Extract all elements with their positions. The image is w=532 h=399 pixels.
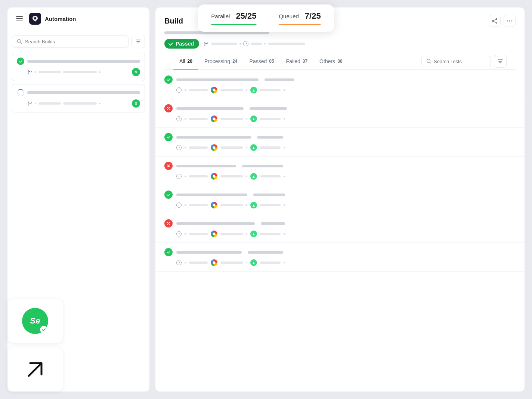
tab-others-label: Others <box>319 58 335 64</box>
test-name-bar-2 <box>248 251 283 254</box>
svg-point-8 <box>496 19 497 20</box>
android-icon: ▲ <box>250 202 257 208</box>
branch-icon <box>27 69 33 75</box>
check-icon <box>168 41 173 46</box>
chrome-icon <box>211 259 217 266</box>
test-row[interactable]: ▲ <box>155 99 525 128</box>
tab-others[interactable]: Others 36 <box>313 53 348 69</box>
test-row[interactable]: ▲ <box>155 70 525 99</box>
tab-processing[interactable]: Processing 24 <box>198 53 244 69</box>
more-button[interactable] <box>504 15 516 27</box>
clock-icon <box>176 116 182 121</box>
test-name-bar-2 <box>261 222 285 225</box>
queued-underline <box>279 24 321 25</box>
queued-value: 7/25 <box>305 11 321 21</box>
build-item[interactable]: S <box>12 84 145 112</box>
svg-point-13 <box>511 21 513 22</box>
nav-bar: Automation <box>7 7 149 30</box>
test-name-bar <box>176 107 244 110</box>
more-icon <box>507 20 513 22</box>
android-icon: ▲ <box>250 144 257 151</box>
clock-icon <box>176 174 182 179</box>
svg-point-3 <box>28 73 29 74</box>
svg-point-9 <box>492 21 494 22</box>
test-pass-icon <box>164 133 173 141</box>
tab-failed-count: 37 <box>303 59 307 64</box>
android-icon: ▲ <box>250 115 257 122</box>
test-list: ▲ <box>155 70 525 392</box>
tab-processing-label: Processing <box>204 58 230 64</box>
search-tests-bar[interactable] <box>421 56 491 67</box>
test-pass-icon <box>164 75 173 84</box>
test-name-bar-2 <box>265 78 294 81</box>
test-name-bar-2 <box>242 165 283 167</box>
build-full-name-bar <box>164 31 269 34</box>
chrome-icon <box>211 87 217 93</box>
tests-filter-button[interactable] <box>494 55 507 68</box>
header-actions <box>489 15 516 27</box>
arrow-icon <box>24 358 46 381</box>
test-name-bar-2 <box>257 136 283 139</box>
selenium-card[interactable]: Se <box>7 299 63 343</box>
test-row[interactable]: ▲ <box>155 157 525 185</box>
chrome-icon <box>211 144 217 151</box>
parallel-underline <box>211 24 256 25</box>
svg-point-7 <box>31 102 32 103</box>
share-button[interactable] <box>489 15 501 27</box>
tab-failed[interactable]: Failed 37 <box>280 53 314 69</box>
clock-icon <box>176 87 182 93</box>
test-row[interactable]: ▲ <box>155 128 525 157</box>
menu-button[interactable] <box>13 13 25 25</box>
build-item[interactable]: S <box>12 53 145 81</box>
passed-badge: Passed <box>164 39 199 49</box>
test-name-bar <box>176 78 259 81</box>
chrome-icon <box>211 231 217 237</box>
test-row[interactable]: ▲ <box>155 214 525 243</box>
selenium-check-icon <box>40 326 47 333</box>
parallel-item: Parallel 25/25 <box>211 11 256 25</box>
app-title: Automation <box>45 16 76 22</box>
tests-filter-icon <box>497 58 503 64</box>
tab-others-count: 36 <box>337 59 342 64</box>
tabs-bar: All 20 Processing 24 Passed 05 Failed 37… <box>164 53 516 70</box>
build-name-bar <box>27 91 140 94</box>
parallel-value: 25/25 <box>236 11 256 21</box>
branch-icon <box>27 101 33 106</box>
filter-icon <box>135 38 141 44</box>
clock-icon <box>176 202 182 208</box>
svg-point-17 <box>427 59 430 63</box>
arrow-card[interactable] <box>7 347 63 392</box>
tabs-right <box>421 55 507 68</box>
tab-passed-label: Passed <box>250 58 267 64</box>
loading-icon <box>17 89 24 96</box>
test-row[interactable]: ▲ <box>155 243 525 272</box>
search-tests-input[interactable] <box>434 59 486 64</box>
tab-all[interactable]: All 20 <box>173 53 198 69</box>
tab-passed[interactable]: Passed 05 <box>244 53 280 69</box>
test-row[interactable]: ▲ <box>155 185 525 214</box>
test-name-bar <box>176 165 236 167</box>
branch-meta-icon <box>204 41 209 46</box>
search-builds-bar[interactable] <box>12 35 129 48</box>
clock-icon <box>176 260 182 265</box>
svg-point-11 <box>507 21 508 22</box>
test-name-bar-2 <box>250 107 287 110</box>
parallel-queued-card: Parallel 25/25 Queued 7/25 <box>198 4 334 32</box>
build-name-bar <box>27 60 140 63</box>
selenium-text: Se <box>30 316 40 326</box>
parallel-label: Parallel <box>211 13 230 19</box>
svg-point-0 <box>34 17 36 19</box>
svg-point-10 <box>496 22 497 24</box>
tab-passed-count: 05 <box>269 59 274 64</box>
avatar-badge: S <box>132 99 140 108</box>
svg-point-4 <box>31 71 32 72</box>
pass-status-icon <box>17 58 24 65</box>
test-fail-icon <box>164 104 173 112</box>
test-name-bar <box>176 222 255 225</box>
search-builds-input[interactable] <box>25 39 124 44</box>
filter-button[interactable] <box>132 35 145 48</box>
test-fail-icon <box>164 219 173 228</box>
svg-point-1 <box>18 40 21 43</box>
main-content: Build <box>155 7 525 392</box>
search-tests-icon <box>426 59 432 64</box>
